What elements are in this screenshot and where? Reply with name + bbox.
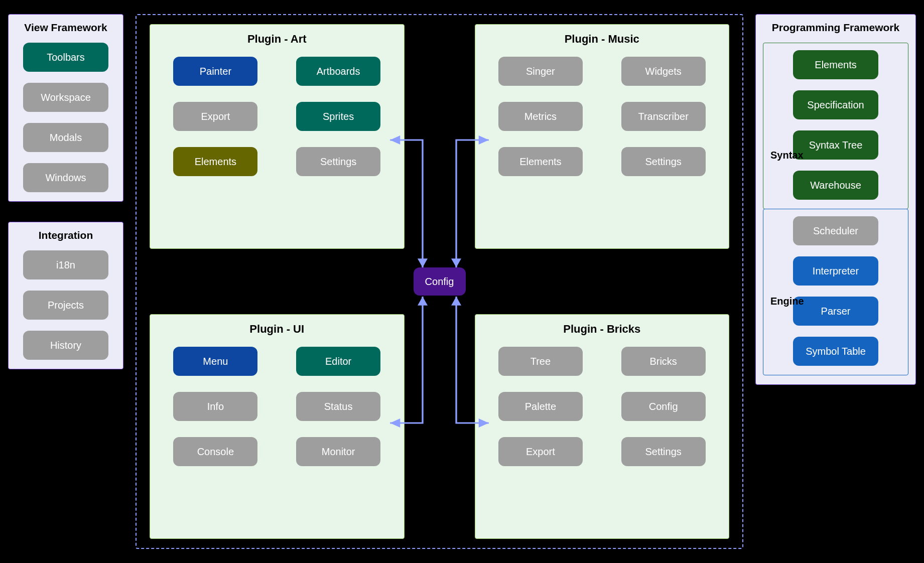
chip-i18n: i18n: [23, 250, 108, 279]
chip-menu: Menu: [173, 347, 257, 376]
programming-framework-title: Programming Framework: [763, 22, 908, 34]
chip-transcriber: Transcriber: [621, 102, 706, 131]
chip-status: Status: [296, 392, 380, 421]
view-framework-title: View Framework: [16, 22, 116, 34]
chip-scheduler: Scheduler: [793, 216, 878, 245]
chip-settings: Settings: [296, 147, 380, 176]
chip-artboards: Artboards: [296, 57, 380, 86]
chip-syntax-warehouse: Warehouse: [793, 171, 878, 200]
plugin-music: Plugin - Music Singer Widgets Metrics Tr…: [475, 24, 730, 249]
syntax-subbox: Syntax Elements Specification Syntax Tre…: [763, 43, 908, 209]
chip-workspace: Workspace: [23, 83, 108, 112]
syntax-label: Syntax: [770, 150, 804, 161]
plugin-art-title: Plugin - Art: [247, 33, 307, 46]
chip-modals: Modals: [23, 123, 108, 152]
view-framework-panel: View Framework Toolbars Workspace Modals…: [8, 14, 123, 202]
plugin-ui: Plugin - UI Menu Editor Info Status Cons…: [150, 314, 405, 539]
chip-elements: Elements: [173, 147, 257, 176]
chip-syntax-elements: Elements: [793, 50, 878, 79]
chip-bricks-export: Export: [498, 437, 583, 466]
chip-toolbars: Toolbars: [23, 43, 108, 72]
chip-bricks-settings: Settings: [621, 437, 706, 466]
chip-sprites: Sprites: [296, 102, 380, 131]
chip-music-settings: Settings: [621, 147, 706, 176]
chip-console: Console: [173, 437, 257, 466]
chip-widgets: Widgets: [621, 57, 706, 86]
chip-history: History: [23, 331, 108, 360]
plugin-bricks-title: Plugin - Bricks: [563, 323, 640, 336]
chip-metrics: Metrics: [498, 102, 583, 131]
integration-panel: Integration i18n Projects History: [8, 222, 123, 369]
plugin-ui-title: Plugin - UI: [249, 323, 304, 336]
chip-interpreter: Interpreter: [793, 256, 878, 286]
left-column: View Framework Toolbars Workspace Modals…: [8, 14, 123, 369]
chip-export: Export: [173, 102, 257, 131]
integration-title: Integration: [16, 229, 116, 241]
chip-editor: Editor: [296, 347, 380, 376]
chip-projects: Projects: [23, 291, 108, 320]
chip-syntax-specification: Specification: [793, 90, 878, 119]
chip-symbol-table: Symbol Table: [793, 337, 878, 366]
chip-tree: Tree: [498, 347, 583, 376]
chip-bricks: Bricks: [621, 347, 706, 376]
chip-windows: Windows: [23, 163, 108, 192]
chip-painter: Painter: [173, 57, 257, 86]
plugin-music-title: Plugin - Music: [565, 33, 639, 46]
chip-info: Info: [173, 392, 257, 421]
programming-framework-panel: Programming Framework Syntax Elements Sp…: [755, 14, 916, 385]
chip-singer: Singer: [498, 57, 583, 86]
config-node: Config: [414, 267, 466, 296]
chip-parser: Parser: [793, 297, 878, 326]
chip-palette: Palette: [498, 392, 583, 421]
plugin-art: Plugin - Art Painter Artboards Export Sp…: [150, 24, 405, 249]
chip-monitor: Monitor: [296, 437, 380, 466]
plugins-container: Plugin - Art Painter Artboards Export Sp…: [136, 14, 743, 549]
chip-syntax-tree: Syntax Tree: [793, 130, 878, 160]
chip-music-elements: Elements: [498, 147, 583, 176]
engine-subbox: Engine Scheduler Interpreter Parser Symb…: [763, 209, 908, 375]
plugin-bricks: Plugin - Bricks Tree Bricks Palette Conf…: [475, 314, 730, 539]
engine-label: Engine: [770, 296, 804, 307]
chip-config: Config: [621, 392, 706, 421]
